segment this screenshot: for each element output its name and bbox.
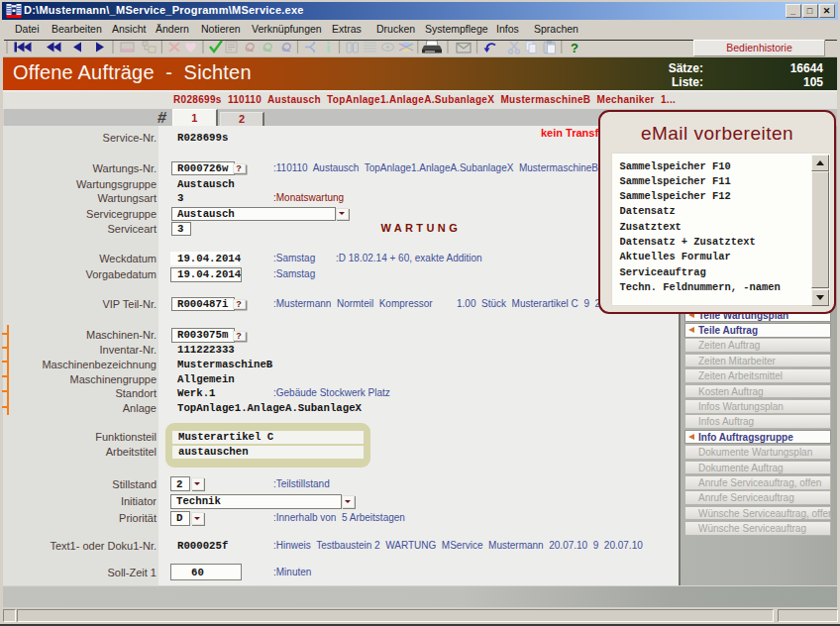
svg-text:?: ? <box>571 41 578 55</box>
